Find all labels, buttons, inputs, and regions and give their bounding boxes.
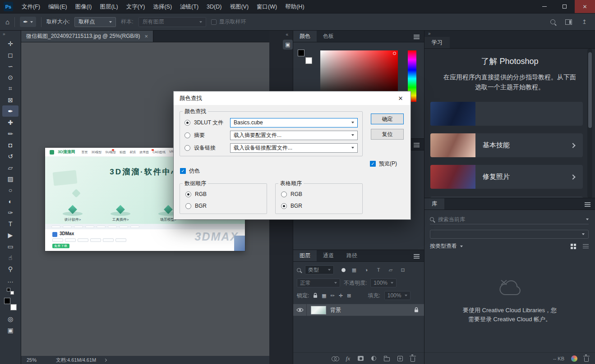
menu-item[interactable]: 文件(F)	[18, 0, 44, 14]
menu-item[interactable]: 窗口(W)	[253, 0, 281, 14]
filter-smart-objects-icon[interactable]: ⊡	[399, 267, 406, 273]
zoom-tool[interactable]: ⚲	[2, 263, 18, 274]
close-tab-icon[interactable]: ×	[145, 33, 148, 40]
menu-item[interactable]: 滤镜(T)	[176, 0, 203, 14]
new-group-icon[interactable]	[384, 357, 390, 361]
search-icon[interactable]	[550, 19, 555, 24]
tool-preset-picker[interactable]: ✒	[20, 17, 36, 27]
spot-healing-tool[interactable]: ✚	[2, 117, 18, 128]
panel-menu-icon[interactable]	[414, 254, 420, 255]
dialog-close-button[interactable]: ✕	[391, 91, 411, 105]
lut-file-select[interactable]: 载入摘要配置文件...	[230, 131, 358, 140]
menu-item[interactable]: 选择(S)	[149, 0, 176, 14]
object-selection-tool[interactable]: ⊙	[2, 72, 18, 83]
clone-stamp-tool[interactable]: ◘	[2, 139, 18, 150]
menu-item[interactable]: 图层(L)	[96, 0, 122, 14]
learn-card[interactable]: 修复照片	[430, 165, 583, 189]
collapsed-panel-icon[interactable]: ▣	[283, 40, 293, 50]
radio-button[interactable]	[281, 203, 287, 209]
panel-menu-icon[interactable]	[414, 143, 420, 144]
foreground-background-colors[interactable]	[4, 297, 17, 311]
color-swatch-pair[interactable]	[298, 50, 312, 64]
learn-card[interactable]: 基本技能	[430, 133, 583, 157]
panel-tab[interactable]: 路径	[340, 250, 364, 261]
panel-collapse-icon[interactable]: »	[428, 31, 431, 37]
blend-mode-select[interactable]: 正常	[297, 278, 340, 287]
sample-size-select[interactable]: 取样点	[74, 17, 116, 27]
crop-tool[interactable]: ⌗	[2, 83, 18, 94]
toolbar-expand-icon[interactable]: »	[0, 31, 5, 38]
layer-style-icon[interactable]: fx	[346, 355, 350, 362]
dodge-tool[interactable]: ◐	[2, 196, 18, 207]
type-tool[interactable]: T	[2, 218, 18, 229]
dither-checkbox[interactable]: ✓ 仿色	[180, 167, 200, 175]
opacity-select[interactable]: 100%	[370, 278, 397, 287]
reset-button[interactable]: 复位	[371, 129, 404, 140]
radio-button[interactable]	[281, 191, 287, 197]
panel-tab[interactable]: 色板	[317, 31, 340, 42]
filter-shape-layers-icon[interactable]: ▱	[387, 267, 394, 273]
filter-toggle-icon[interactable]	[341, 268, 346, 272]
adjustment-layer-icon[interactable]	[371, 356, 376, 361]
layer-name[interactable]: 背景	[330, 306, 414, 314]
radio-button[interactable]	[185, 191, 191, 197]
close-button[interactable]: ✕	[575, 0, 595, 13]
radio-button[interactable]	[184, 120, 190, 126]
foreground-color-swatch[interactable]	[298, 50, 304, 56]
learn-card[interactable]	[430, 102, 583, 126]
menu-item[interactable]: 图像(I)	[71, 0, 96, 14]
status-chevron-icon[interactable]	[104, 358, 107, 361]
zoom-level-field[interactable]: 25%	[27, 357, 51, 363]
minimize-button[interactable]	[534, 0, 554, 13]
panel-tab[interactable]: 图层	[293, 250, 317, 261]
foreground-color-swatch[interactable]	[4, 298, 10, 304]
filter-adjustment-layers-icon[interactable]: ◑	[363, 267, 370, 273]
library-select[interactable]	[430, 230, 589, 239]
default-colors-icon[interactable]	[6, 287, 14, 295]
document-tab[interactable]: 微信截图_20240927115113.jpg @ 25%(RGB/8) ×	[21, 31, 153, 42]
chevron-down-icon[interactable]	[586, 218, 589, 220]
layer-row[interactable]: 背景	[293, 304, 424, 316]
add-mask-icon[interactable]	[358, 356, 364, 361]
fill-select[interactable]: 100%	[384, 291, 411, 300]
radio-button[interactable]	[185, 203, 191, 209]
ok-button[interactable]: 确定	[371, 114, 404, 124]
background-color-swatch[interactable]	[305, 57, 312, 64]
marquee-tool[interactable]: ◻	[2, 49, 18, 60]
home-icon[interactable]: ⌂	[5, 18, 9, 26]
menu-item[interactable]: 帮助(H)	[281, 0, 308, 14]
library-search-input[interactable]	[438, 216, 582, 223]
list-view-icon[interactable]	[583, 244, 589, 245]
move-tool[interactable]: ✛	[2, 38, 18, 49]
filter-pixel-layers-icon[interactable]: ▦	[351, 267, 358, 273]
blur-tool[interactable]: ○	[2, 184, 18, 196]
delete-layer-icon[interactable]	[411, 357, 415, 362]
menu-item[interactable]: 编辑(E)	[44, 0, 71, 14]
screen-mode-button[interactable]: ▣	[2, 324, 18, 336]
filter-type-layers-icon[interactable]: T	[375, 267, 382, 273]
history-brush-tool[interactable]: ↺	[2, 150, 18, 162]
rectangle-tool[interactable]: ▭	[2, 241, 18, 252]
tab-learn[interactable]: 学习	[424, 37, 450, 48]
path-selection-tool[interactable]: ▶	[2, 229, 18, 241]
radio-button[interactable]	[184, 132, 190, 138]
lock-position-icon[interactable]: ✛	[339, 293, 343, 299]
panel-tab[interactable]: 通道	[317, 250, 340, 261]
menu-item[interactable]: 视图(V)	[226, 0, 253, 14]
lasso-tool[interactable]: ∽	[2, 60, 18, 72]
gradient-tool[interactable]: ▨	[2, 173, 18, 184]
lock-all-icon[interactable]	[313, 293, 318, 298]
pen-tool[interactable]: ✑	[2, 207, 18, 218]
eraser-tool[interactable]: ▱	[2, 162, 18, 173]
edit-toolbar[interactable]: …	[2, 274, 18, 286]
hand-tool[interactable]: ☝	[2, 252, 18, 263]
dock-collapse-icon[interactable]: «	[286, 32, 288, 37]
view-by-type-label[interactable]: 按类型查看	[430, 242, 457, 250]
quick-mask-button[interactable]: ◎	[2, 313, 18, 324]
radio-button[interactable]	[184, 145, 190, 151]
brush-tool[interactable]: ✏	[2, 128, 18, 139]
sync-status-icon[interactable]	[571, 355, 577, 362]
panel-menu-icon[interactable]	[414, 35, 420, 36]
grid-view-icon[interactable]	[571, 244, 576, 249]
link-layers-icon[interactable]	[332, 356, 338, 360]
